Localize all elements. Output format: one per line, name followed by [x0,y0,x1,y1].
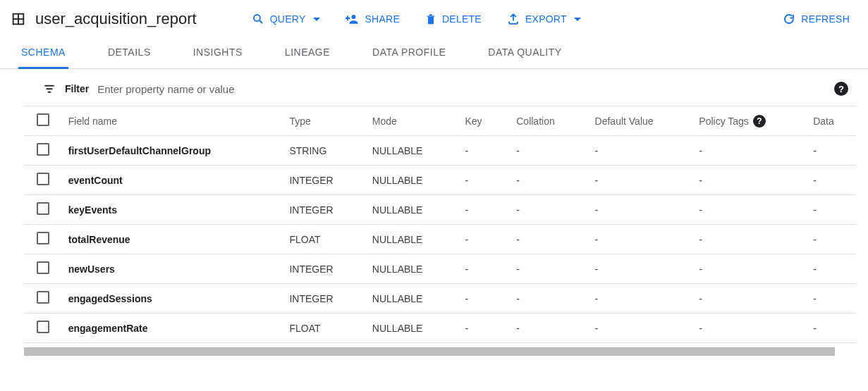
field-datapolicy: - [813,136,856,166]
table-row: engagementRateFLOATNULLABLE----- [24,314,856,343]
row-checkbox[interactable] [37,173,49,185]
svg-rect-3 [14,20,18,23]
field-key: - [465,225,516,254]
field-type: STRING [289,136,372,166]
header-bar: user_acquisition_report QUERY SHARE DELE… [0,0,868,38]
tab-schema[interactable]: SCHEMA [18,38,68,69]
field-policy: - [699,166,813,195]
field-policy: - [699,254,813,284]
field-policy: - [699,284,813,314]
field-mode: NULLABLE [372,225,465,254]
person-add-icon [346,13,360,25]
field-datapolicy: - [813,284,856,314]
tab-insights[interactable]: INSIGHTS [190,38,245,69]
table-icon [10,11,27,27]
table-header-row: Field name Type Mode Key Collation Defau… [24,106,856,136]
col-fieldname[interactable]: Field name [68,106,290,136]
svg-rect-1 [14,15,18,18]
field-collation: - [516,254,594,284]
field-type: INTEGER [289,284,372,314]
query-label: QUERY [270,13,306,25]
share-button[interactable]: SHARE [341,10,404,28]
col-key[interactable]: Key [465,106,516,136]
chevron-down-icon [574,18,581,21]
table-row: engagedSessionsINTEGERNULLABLE----- [24,284,856,314]
tab-details[interactable]: DETAILS [105,38,154,69]
field-collation: - [516,314,594,343]
col-collation[interactable]: Collation [516,106,594,136]
field-collation: - [516,166,594,195]
help-icon[interactable]: ? [753,115,766,128]
table-row: keyEventsINTEGERNULLABLE----- [24,195,856,225]
schema-table: Field name Type Mode Key Collation Defau… [0,106,868,343]
field-default: - [595,314,699,343]
field-type: FLOAT [289,225,372,254]
row-checkbox[interactable] [37,261,49,274]
field-key: - [465,136,516,166]
row-checkbox[interactable] [37,291,49,304]
refresh-button[interactable]: REFRESH [778,10,854,28]
table-row: eventCountINTEGERNULLABLE----- [24,166,856,195]
col-policy[interactable]: Policy Tags? [699,106,813,136]
svg-rect-12 [44,85,54,87]
select-all-checkbox[interactable] [37,113,49,126]
row-checkbox[interactable] [37,321,49,333]
tab-data-quality[interactable]: DATA QUALITY [485,38,564,69]
field-key: - [465,314,516,343]
export-label: EXPORT [525,13,567,25]
field-policy: - [699,136,813,166]
col-default[interactable]: Default Value [595,106,699,136]
field-mode: NULLABLE [372,254,465,284]
tab-data-profile[interactable]: DATA PROFILE [369,38,448,69]
field-key: - [465,166,516,195]
delete-button[interactable]: DELETE [421,10,486,28]
export-button[interactable]: EXPORT [503,10,585,28]
delete-label: DELETE [442,13,482,25]
field-name: firstUserDefaultChannelGroup [68,136,290,166]
refresh-label: REFRESH [801,13,850,25]
help-icon[interactable]: ? [834,82,848,96]
col-mode[interactable]: Mode [372,106,465,136]
col-datapolicy[interactable]: Data [813,106,856,136]
field-type: INTEGER [289,166,372,195]
filter-input[interactable] [97,83,826,95]
row-checkbox[interactable] [37,143,49,156]
table-row: firstUserDefaultChannelGroupSTRINGNULLAB… [24,136,856,166]
svg-point-7 [351,15,355,19]
field-collation: - [516,136,594,166]
query-button[interactable]: QUERY [247,10,324,28]
field-key: - [465,195,516,225]
page-title: user_acquisition_report [35,10,197,28]
field-policy: - [699,195,813,225]
field-mode: NULLABLE [372,166,465,195]
field-datapolicy: - [813,195,856,225]
trash-icon [425,13,436,25]
col-type[interactable]: Type [289,106,372,136]
table-row: newUsersINTEGERNULLABLE----- [24,254,856,284]
filter-bar: Filter ? [0,69,868,106]
horizontal-scrollbar[interactable] [24,347,835,356]
field-default: - [595,284,699,314]
field-default: - [595,195,699,225]
field-collation: - [516,225,594,254]
export-icon [507,13,520,25]
svg-line-6 [259,20,262,23]
field-key: - [465,284,516,314]
row-checkbox[interactable] [37,232,49,244]
search-icon [252,13,264,25]
share-label: SHARE [365,13,400,25]
tab-lineage[interactable]: LINEAGE [282,38,333,69]
field-name: totalRevenue [68,225,290,254]
field-default: - [595,136,699,166]
chevron-down-icon [313,18,320,21]
field-collation: - [516,284,594,314]
field-default: - [595,166,699,195]
field-name: engagementRate [68,314,290,343]
field-name: keyEvents [68,195,290,225]
field-datapolicy: - [813,166,856,195]
row-checkbox[interactable] [37,202,49,215]
field-mode: NULLABLE [372,284,465,314]
field-policy: - [699,225,813,254]
col-policy-label: Policy Tags [699,116,749,127]
tabs: SCHEMA DETAILS INSIGHTS LINEAGE DATA PRO… [0,38,868,69]
